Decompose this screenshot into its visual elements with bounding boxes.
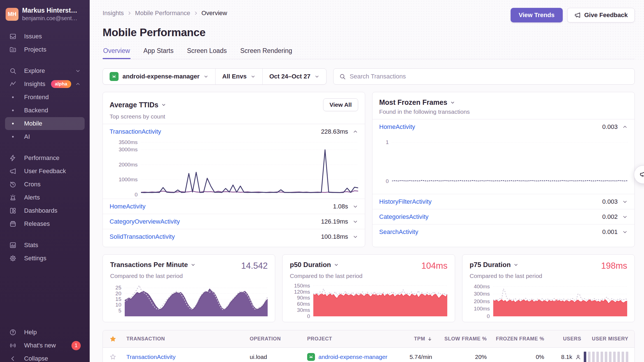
view-all-button[interactable]: View All — [323, 98, 358, 111]
frozen-frame-cell: 0% — [487, 354, 544, 360]
sidebar-item-label: Alerts — [24, 194, 40, 201]
main-content: InsightsMobile PerformanceOverview View … — [90, 0, 644, 362]
view-trends-button[interactable]: View Trends — [511, 8, 563, 22]
search-input[interactable] — [350, 73, 629, 80]
sidebar-item-label: Releases — [24, 220, 50, 228]
chevron-down-icon[interactable] — [353, 234, 358, 240]
insights-icon — [5, 80, 21, 88]
chevron-up-icon[interactable] — [622, 124, 628, 130]
panel-row-transactionactivity: TransactionActivity228.63ms — [103, 124, 365, 139]
sidebar-item-label: Stats — [24, 242, 38, 249]
issues-icon — [5, 33, 21, 40]
sidebar-item-projects[interactable]: Projects — [5, 43, 85, 56]
sidebar-item-help[interactable]: Help — [5, 326, 85, 339]
y-axis-labels: 252015105 — [110, 283, 125, 316]
date-range-filter[interactable]: Oct 24–Oct 27 — [262, 69, 326, 84]
chevron-down-icon[interactable] — [622, 214, 628, 220]
sidebar-item-collapse[interactable]: Collapse — [5, 352, 85, 362]
sidebar-item-alerts[interactable]: Alerts — [5, 191, 85, 204]
breadcrumb-overview: Overview — [201, 10, 227, 17]
transaction-link[interactable]: TransactionActivity — [110, 128, 161, 135]
transaction-link[interactable]: HistoryFilterActivity — [379, 198, 432, 205]
breadcrumb-mobile-performance[interactable]: Mobile Performance — [135, 10, 190, 17]
environment-filter[interactable]: All Envs — [215, 69, 262, 84]
row-value: 0.002 — [602, 213, 618, 221]
user-menu[interactable]: MH Markus Hinterst… benjamin.coe@sent… — [0, 0, 90, 27]
chevron-down-icon — [191, 262, 196, 267]
users-cell: 8.1k — [544, 354, 581, 360]
sidebar-item-frontend[interactable]: Frontend — [5, 91, 85, 104]
card-metric-dropdown[interactable]: p50 Duration — [290, 261, 339, 269]
transaction-link[interactable]: SolidTransactionActivity — [110, 233, 175, 240]
average-ttids-panel: Average TTIDs View All Top screens by co… — [103, 92, 365, 247]
sidebar-item-label: Insights — [24, 80, 45, 88]
transaction-link[interactable]: HomeActivity — [379, 123, 415, 131]
star-filled-icon[interactable] — [110, 336, 126, 342]
sidebar-item-label: Frontend — [24, 94, 49, 101]
column-header-project[interactable]: Project — [307, 336, 390, 342]
sidebar-item-insights[interactable]: Insightsalpha — [5, 78, 85, 90]
chevron-up-icon — [75, 81, 81, 87]
transaction-link[interactable]: HomeActivity — [110, 203, 145, 210]
sidebar-item-ai[interactable]: AI — [5, 130, 85, 143]
y-axis-labels: 150ms120ms90ms60ms30ms0 — [290, 283, 313, 316]
column-header-slow-frame-[interactable]: Slow Frame % — [432, 336, 487, 342]
star-icon[interactable] — [110, 354, 116, 360]
sidebar-item-what-s-new[interactable]: What's new1 — [5, 339, 85, 352]
sidebar-footer: HelpWhat's new1Collapse — [0, 326, 90, 362]
card-metric-dropdown[interactable]: p75 Duration — [470, 261, 519, 269]
tab-app-starts[interactable]: App Starts — [143, 45, 174, 59]
transaction-link[interactable]: SearchActivity — [379, 228, 418, 236]
releases-icon — [5, 220, 21, 228]
chevron-down-icon[interactable] — [622, 199, 628, 205]
sidebar-item-settings[interactable]: Settings — [5, 252, 85, 265]
android-icon — [307, 353, 315, 361]
chevron-down-icon — [513, 262, 518, 267]
panel-row-homeactivity: HomeActivity1.08s — [103, 199, 365, 214]
chevron-down-icon[interactable] — [353, 204, 358, 209]
chevron-up-icon[interactable] — [353, 129, 358, 134]
tab-overview[interactable]: Overview — [103, 45, 131, 59]
chevron-down-icon[interactable] — [353, 219, 358, 224]
sidebar-item-explore[interactable]: Explore — [5, 64, 85, 77]
transaction-link[interactable]: TransactionActivity — [126, 354, 175, 360]
card-metric-dropdown[interactable]: Transactions Per Minute — [110, 261, 196, 269]
project-filter[interactable]: android-expense-manager — [103, 69, 215, 84]
column-header-frozen-frame-[interactable]: Frozen Frame % — [487, 336, 544, 342]
tab-screen-rendering[interactable]: Screen Rendering — [240, 45, 293, 59]
sort-down-icon — [427, 337, 432, 341]
breadcrumb-insights[interactable]: Insights — [103, 10, 124, 17]
sidebar-item-dashboards[interactable]: Dashboards — [5, 204, 85, 217]
column-header-tpm[interactable]: TPM — [390, 336, 432, 342]
give-feedback-button[interactable]: Give Feedback — [567, 8, 635, 22]
metric-cards: Transactions Per Minute14.542Compared to… — [103, 254, 635, 322]
sidebar-item-crons[interactable]: Crons — [5, 178, 85, 191]
sidebar-item-label: Help — [24, 329, 37, 336]
column-header-transaction[interactable]: Transaction — [126, 336, 250, 342]
frozen-chart — [392, 134, 628, 190]
megaphone-icon — [639, 170, 644, 179]
page-title: Mobile Performance — [103, 26, 635, 39]
sidebar-item-label: AI — [24, 133, 30, 140]
sidebar-item-mobile[interactable]: Mobile — [5, 117, 85, 130]
project-link[interactable]: android-expense-manager — [318, 354, 387, 360]
sidebar-item-backend[interactable]: Backend — [5, 104, 85, 117]
sidebar-item-performance[interactable]: Performance — [5, 152, 85, 164]
sidebar-item-releases[interactable]: Releases — [5, 217, 85, 230]
column-header-users[interactable]: Users — [544, 336, 581, 342]
tab-screen-loads[interactable]: Screen Loads — [186, 45, 227, 59]
sidebar-item-user-feedback[interactable]: User Feedback — [5, 165, 85, 178]
chevron-down-icon[interactable] — [622, 229, 628, 235]
column-header-operation[interactable]: Operation — [250, 336, 307, 342]
sidebar-item-stats[interactable]: Stats — [5, 239, 85, 252]
gear-icon — [5, 255, 21, 262]
transaction-link[interactable]: CategoryOverviewActivity — [110, 218, 180, 225]
sidebar-item-issues[interactable]: Issues — [5, 30, 85, 43]
most-frozen-frames-dropdown[interactable]: Most Frozen Frames — [379, 98, 455, 106]
average-ttids-dropdown[interactable]: Average TTIDs — [110, 101, 166, 109]
breadcrumb: InsightsMobile PerformanceOverview — [103, 10, 227, 17]
transaction-link[interactable]: CategoriesActivity — [379, 213, 428, 221]
column-header-user-misery[interactable]: User Misery — [581, 336, 628, 342]
avatar: MH — [6, 8, 18, 21]
chevron-down-icon — [75, 68, 81, 74]
